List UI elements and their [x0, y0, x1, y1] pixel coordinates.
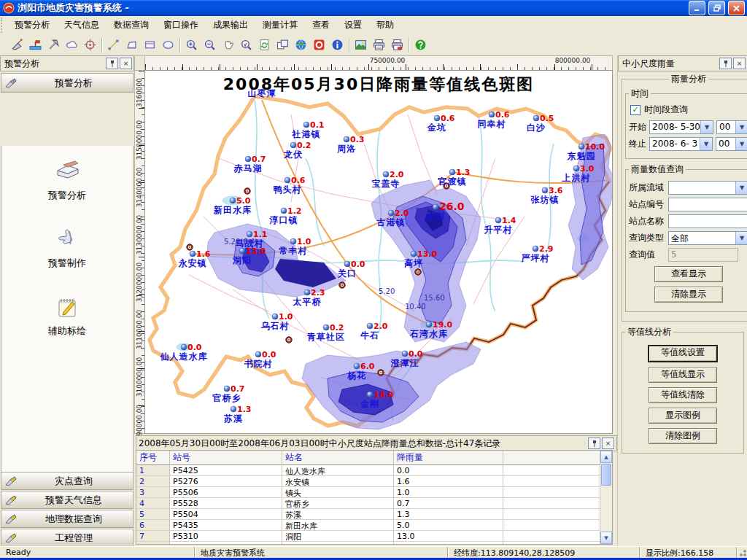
toolbar-print-button[interactable]: [370, 36, 388, 53]
chevron-down-icon[interactable]: ▼: [735, 121, 747, 133]
toolbar-pick-button[interactable]: [44, 36, 63, 53]
table-row[interactable]: 7P5310洞阳13.0: [136, 531, 600, 542]
table-cell-filler: [503, 520, 600, 531]
left-nav-灾点查询[interactable]: 灾点查询: [1, 472, 133, 490]
left-panel-header[interactable]: 预警分析: [1, 73, 133, 93]
toolbar-refresh-button[interactable]: [255, 36, 274, 53]
toolbar-print-setup-button[interactable]: [388, 36, 406, 53]
menu-grip[interactable]: [1, 18, 7, 33]
chevron-down-icon[interactable]: ▼: [735, 232, 747, 244]
date-combo-1[interactable]: 2008- 6- 3▼: [649, 137, 713, 151]
station-dot-icon: [367, 392, 373, 397]
toolbar-line-tool-button[interactable]: [104, 36, 123, 53]
hour-combo-0[interactable]: 00▼: [716, 120, 747, 134]
toolbar-help-button[interactable]: [411, 36, 430, 53]
resize-grip[interactable]: [737, 547, 747, 558]
toolbar-flag-tool-button[interactable]: [26, 36, 44, 53]
button-等值线清除[interactable]: 等值线清除: [649, 387, 717, 403]
button-查看显示[interactable]: 查看显示: [654, 266, 723, 282]
button-等值线设置[interactable]: 等值线设置: [648, 345, 718, 362]
station-name: 同幸村: [478, 119, 506, 129]
button-等值线显示[interactable]: 等值线显示: [649, 367, 717, 383]
menu-item-4[interactable]: 成果输出: [206, 17, 255, 34]
toolbar-info-button[interactable]: [328, 36, 347, 53]
menu-item-2[interactable]: 数据查询: [107, 17, 156, 34]
hour-combo-1[interactable]: 00▼: [716, 137, 747, 151]
station-赤马湖: 0.7赤马湖: [233, 155, 266, 174]
toolbar-radar-button[interactable]: [8, 36, 26, 53]
left-nav-工程管理[interactable]: 工程管理: [1, 529, 133, 547]
scroll-up-icon[interactable]: ▲: [600, 451, 612, 463]
menu-item-8[interactable]: 帮助: [369, 17, 401, 34]
toolbar-zoom-out-button[interactable]: [201, 36, 219, 53]
combo-value: 全部: [669, 232, 735, 244]
left-panel-close-button[interactable]: ×: [120, 58, 132, 69]
toolbar-pan-button[interactable]: [219, 36, 237, 53]
button-清除显示[interactable]: 清除显示: [654, 287, 723, 303]
table-header-序号: 序号: [136, 451, 170, 465]
minimize-button[interactable]: [689, 1, 705, 15]
table-row[interactable]: 2P5276永安镇1.6: [136, 476, 600, 487]
toolbar-zoom-select-button[interactable]: [237, 36, 255, 53]
menu-item-7[interactable]: 设置: [337, 17, 369, 34]
toolbar-polygon-tool-button[interactable]: [123, 36, 141, 53]
table-header-filler: [503, 451, 600, 465]
toolbar-zoom-in-button[interactable]: [182, 36, 201, 53]
toolbar-ellipse-tool-button[interactable]: [159, 36, 177, 53]
toolbar-layers-button[interactable]: [274, 36, 292, 53]
left-item-辅助标绘[interactable]: 辅助标绘: [23, 295, 111, 338]
bottom-panel-close-button[interactable]: ×: [602, 438, 614, 449]
right-panel-pin-button[interactable]: [719, 58, 732, 69]
menu-item-1[interactable]: 天气信息: [57, 17, 107, 34]
left-panel-pin-button[interactable]: [106, 58, 118, 69]
button-清除图例[interactable]: 清除图例: [649, 428, 717, 444]
time-row-label: 终止: [629, 138, 649, 150]
table-row[interactable]: 5P5504苏溪1.3: [136, 509, 600, 520]
town-marker: [286, 337, 292, 343]
left-item-预警分析[interactable]: 预警分析: [23, 159, 111, 202]
button-显示图例[interactable]: 显示图例: [649, 408, 717, 424]
table-row[interactable]: 3P5506镇头1.0: [136, 487, 600, 498]
table-row[interactable]: 4P5528官桥乡0.7: [136, 498, 600, 509]
toolbar-image-button[interactable]: [352, 36, 370, 53]
menu-item-5[interactable]: 测量计算: [255, 17, 305, 34]
chevron-down-icon[interactable]: ▼: [700, 121, 713, 133]
time-range-checkbox[interactable]: ✓: [630, 105, 640, 115]
station-官渡镇: 1.3官渡镇: [438, 168, 471, 187]
contour-label: 5.20: [379, 287, 395, 295]
date-combo-0[interactable]: 2008- 5-30▼: [649, 120, 713, 134]
所属流域-combo[interactable]: ▼: [668, 181, 747, 195]
scroll-down-icon[interactable]: ▼: [600, 532, 612, 544]
chevron-down-icon[interactable]: ▼: [735, 182, 747, 194]
left-nav-预警天气信息[interactable]: 预警天气信息: [1, 491, 133, 509]
map-canvas[interactable]: 5.20(6.4)15.205.2015.6010.4015.6 山枣潭0.1社…: [144, 70, 613, 434]
left-item-预警制作[interactable]: 预警制作: [23, 227, 111, 270]
chevron-down-icon[interactable]: ▼: [700, 138, 712, 150]
scroll-track[interactable]: [600, 486, 612, 532]
站点编号-input[interactable]: [668, 198, 747, 211]
toolbar-cloud-button[interactable]: [63, 36, 81, 53]
menu-item-3[interactable]: 窗口操作: [156, 17, 206, 34]
left-nav-地理数据查询[interactable]: 地理数据查询: [1, 510, 133, 528]
toolbar-stop-button[interactable]: [310, 36, 328, 53]
toolbar-target-button[interactable]: [81, 36, 99, 53]
menu-item-6[interactable]: 查看: [305, 17, 337, 34]
menu-item-0[interactable]: 预警分析: [7, 17, 57, 34]
table-vertical-scrollbar[interactable]: ▲ ▼: [600, 451, 612, 544]
scroll-thumb[interactable]: [601, 464, 611, 486]
查询类型-combo[interactable]: 全部▼: [668, 231, 747, 245]
left-panel-caption: 预警分析 ×: [0, 55, 134, 71]
toolbar-globe-button[interactable]: [292, 36, 310, 53]
toolbar-rect-tool-button[interactable]: [141, 36, 159, 53]
table-row[interactable]: 6P5435新田水库5.0: [136, 520, 600, 531]
chevron-down-icon[interactable]: ▼: [735, 138, 747, 150]
站点名称-input[interactable]: [668, 214, 747, 228]
zoom-in-icon: [185, 39, 198, 51]
right-panel-close-button[interactable]: ×: [733, 58, 746, 69]
close-button[interactable]: [728, 1, 745, 15]
pin-icon: [723, 61, 729, 67]
table-row[interactable]: 1P5425仙人造水库0.0: [136, 465, 600, 476]
restore-button[interactable]: [708, 1, 725, 15]
table-row[interactable]: 8P5445马战村1.1: [136, 542, 600, 545]
bottom-panel-pin-button[interactable]: [588, 438, 600, 449]
